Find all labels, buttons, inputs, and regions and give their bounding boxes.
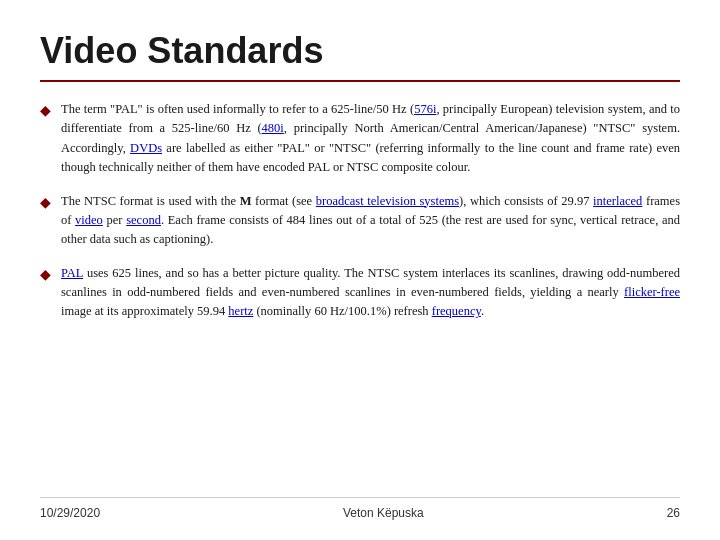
link-hertz[interactable]: hertz — [228, 304, 253, 318]
bullet-item-1: ◆ The term "PAL" is often used informall… — [40, 100, 680, 178]
bullet-diamond-1: ◆ — [40, 102, 51, 119]
footer-author: Veton Këpuska — [343, 506, 424, 520]
link-576i[interactable]: 576i — [414, 102, 436, 116]
slide: Video Standards ◆ The term "PAL" is ofte… — [0, 0, 720, 540]
bullet-item-3: ◆ PAL uses 625 lines, and so has a bette… — [40, 264, 680, 322]
footer: 10/29/2020 Veton Këpuska 26 — [40, 497, 680, 520]
link-second[interactable]: second — [126, 213, 161, 227]
bullet-text-1: The term "PAL" is often used informally … — [61, 100, 680, 178]
link-pal[interactable]: PAL — [61, 266, 83, 280]
title-underline — [40, 80, 680, 82]
link-interlaced[interactable]: interlaced — [593, 194, 642, 208]
bullet-text-3: PAL uses 625 lines, and so has a better … — [61, 264, 680, 322]
bullet-diamond-2: ◆ — [40, 194, 51, 211]
bullet-item-2: ◆ The NTSC format is used with the M for… — [40, 192, 680, 250]
link-broadcast-tv[interactable]: broadcast television systems — [316, 194, 459, 208]
link-video[interactable]: video — [75, 213, 103, 227]
link-flicker-free[interactable]: flicker-free — [624, 285, 680, 299]
link-480i[interactable]: 480i — [262, 121, 284, 135]
link-frequency[interactable]: frequency — [432, 304, 481, 318]
content-area: ◆ The term "PAL" is often used informall… — [40, 100, 680, 487]
bullet-diamond-3: ◆ — [40, 266, 51, 283]
bullet-text-2: The NTSC format is used with the M forma… — [61, 192, 680, 250]
bold-M: M — [240, 194, 252, 208]
footer-page: 26 — [667, 506, 680, 520]
link-dvds[interactable]: DVDs — [130, 141, 162, 155]
slide-title: Video Standards — [40, 30, 680, 72]
footer-date: 10/29/2020 — [40, 506, 100, 520]
